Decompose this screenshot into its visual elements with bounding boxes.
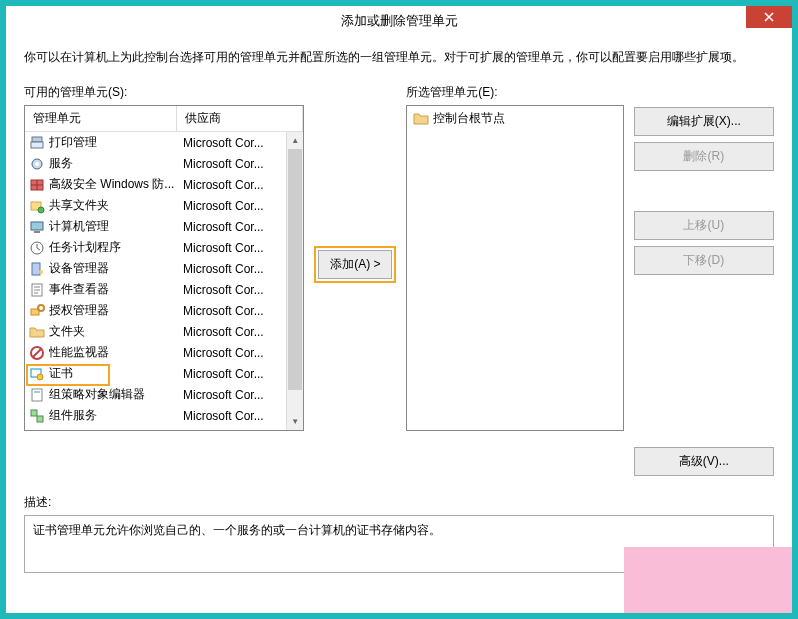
svg-point-11	[39, 270, 43, 274]
svg-rect-0	[32, 137, 42, 142]
item-name: 共享文件夹	[49, 197, 181, 214]
svg-rect-1	[31, 142, 43, 148]
item-vendor: Microsoft Cor...	[181, 283, 303, 297]
dialog-window: 添加或删除管理单元 你可以在计算机上为此控制台选择可用的管理单元并配置所选的一组…	[6, 6, 792, 613]
clock-icon	[29, 240, 45, 256]
svg-rect-19	[34, 391, 40, 393]
tree-root-label: 控制台根节点	[433, 110, 505, 127]
share-icon	[29, 198, 45, 214]
advanced-button[interactable]: 高级(V)...	[634, 447, 774, 476]
close-button[interactable]	[746, 6, 792, 28]
scroll-up-icon[interactable]: ▲	[287, 132, 303, 149]
printer-icon	[29, 135, 45, 151]
folder-icon	[413, 111, 429, 127]
list-item[interactable]: 授权管理器Microsoft Cor...	[25, 300, 303, 321]
edit-extensions-button[interactable]: 编辑扩展(X)...	[634, 107, 774, 136]
device-icon	[29, 261, 45, 277]
move-down-button[interactable]: 下移(D)	[634, 246, 774, 275]
available-label: 可用的管理单元(S):	[24, 84, 304, 101]
move-up-button[interactable]: 上移(U)	[634, 211, 774, 240]
item-vendor: Microsoft Cor...	[181, 367, 303, 381]
remove-button[interactable]: 删除(R)	[634, 142, 774, 171]
scroll-down-icon[interactable]: ▼	[287, 413, 303, 430]
item-vendor: Microsoft Cor...	[181, 220, 303, 234]
item-name: 授权管理器	[49, 302, 181, 319]
list-header: 管理单元 供应商	[25, 106, 303, 132]
available-list[interactable]: 管理单元 供应商 打印管理Microsoft Cor...服务Microsoft…	[24, 105, 304, 431]
scrollbar[interactable]: ▲ ▼	[286, 132, 303, 430]
list-item[interactable]: 任务计划程序Microsoft Cor...	[25, 237, 303, 258]
list-item[interactable]: 组策略对象编辑器Microsoft Cor...	[25, 384, 303, 405]
item-vendor: Microsoft Cor...	[181, 178, 303, 192]
folder-icon	[29, 324, 45, 340]
list-item[interactable]: 打印管理Microsoft Cor...	[25, 132, 303, 153]
list-item[interactable]: 事件查看器Microsoft Cor...	[25, 279, 303, 300]
item-vendor: Microsoft Cor...	[181, 346, 303, 360]
tree-root-item[interactable]: 控制台根节点	[409, 108, 621, 129]
dialog-content: 你可以在计算机上为此控制台选择可用的管理单元并配置所选的一组管理单元。对于可扩展…	[6, 36, 792, 585]
item-vendor: Microsoft Cor...	[181, 136, 303, 150]
svg-rect-8	[34, 231, 40, 233]
svg-rect-21	[37, 416, 43, 422]
list-item[interactable]: 设备管理器Microsoft Cor...	[25, 258, 303, 279]
item-name: 设备管理器	[49, 260, 181, 277]
item-vendor: Microsoft Cor...	[181, 157, 303, 171]
svg-point-3	[35, 162, 39, 166]
svg-point-14	[38, 305, 44, 311]
list-item[interactable]: 服务Microsoft Cor...	[25, 153, 303, 174]
event-icon	[29, 282, 45, 298]
item-name: 计算机管理	[49, 218, 181, 235]
auth-icon	[29, 303, 45, 319]
list-item[interactable]: 高级安全 Windows 防...Microsoft Cor...	[25, 174, 303, 195]
item-vendor: Microsoft Cor...	[181, 262, 303, 276]
svg-rect-10	[32, 263, 40, 275]
close-icon	[764, 12, 774, 22]
list-item[interactable]: 文件夹Microsoft Cor...	[25, 321, 303, 342]
svg-rect-7	[31, 222, 43, 230]
add-button-highlight: 添加(A) >	[314, 246, 396, 283]
description-text: 证书管理单元允许你浏览自己的、一个服务的或一台计算机的证书存储内容。	[33, 523, 441, 537]
item-vendor: Microsoft Cor...	[181, 325, 303, 339]
list-item[interactable]: 计算机管理Microsoft Cor...	[25, 216, 303, 237]
item-name: 高级安全 Windows 防...	[49, 176, 181, 193]
item-vendor: Microsoft Cor...	[181, 304, 303, 318]
item-name: 性能监视器	[49, 344, 181, 361]
header-name[interactable]: 管理单元	[25, 106, 177, 131]
list-item[interactable]: 组件服务Microsoft Cor...	[25, 405, 303, 426]
item-name: 服务	[49, 155, 181, 172]
selected-label: 所选管理单元(E):	[406, 84, 624, 101]
item-vendor: Microsoft Cor...	[181, 199, 303, 213]
scrollbar-thumb[interactable]	[288, 149, 302, 390]
policy-icon	[29, 387, 45, 403]
add-button[interactable]: 添加(A) >	[318, 250, 392, 279]
watermark-overlay	[624, 547, 792, 613]
list-item[interactable]: 证书Microsoft Cor...	[25, 363, 303, 384]
computer-icon	[29, 219, 45, 235]
component-icon	[29, 408, 45, 424]
description-label: 描述:	[24, 494, 774, 511]
item-name: 任务计划程序	[49, 239, 181, 256]
svg-rect-18	[32, 389, 42, 401]
item-name: 文件夹	[49, 323, 181, 340]
item-name: 组件服务	[49, 407, 181, 424]
cert-icon	[29, 366, 45, 382]
intro-text: 你可以在计算机上为此控制台选择可用的管理单元并配置所选的一组管理单元。对于可扩展…	[24, 48, 774, 66]
svg-point-6	[38, 207, 44, 213]
item-name: 组策略对象编辑器	[49, 386, 181, 403]
titlebar-title: 添加或删除管理单元	[341, 12, 458, 30]
firewall-icon	[29, 177, 45, 193]
item-name: 事件查看器	[49, 281, 181, 298]
item-vendor: Microsoft Cor...	[181, 241, 303, 255]
item-name: 证书	[49, 365, 181, 382]
nope-icon	[29, 345, 45, 361]
selected-tree[interactable]: 控制台根节点	[406, 105, 624, 431]
header-vendor[interactable]: 供应商	[177, 106, 303, 131]
svg-point-17	[37, 374, 43, 380]
gear-icon	[29, 156, 45, 172]
svg-rect-20	[31, 410, 37, 416]
item-name: 打印管理	[49, 134, 181, 151]
item-vendor: Microsoft Cor...	[181, 388, 303, 402]
list-item[interactable]: 共享文件夹Microsoft Cor...	[25, 195, 303, 216]
item-vendor: Microsoft Cor...	[181, 409, 303, 423]
list-item[interactable]: 性能监视器Microsoft Cor...	[25, 342, 303, 363]
